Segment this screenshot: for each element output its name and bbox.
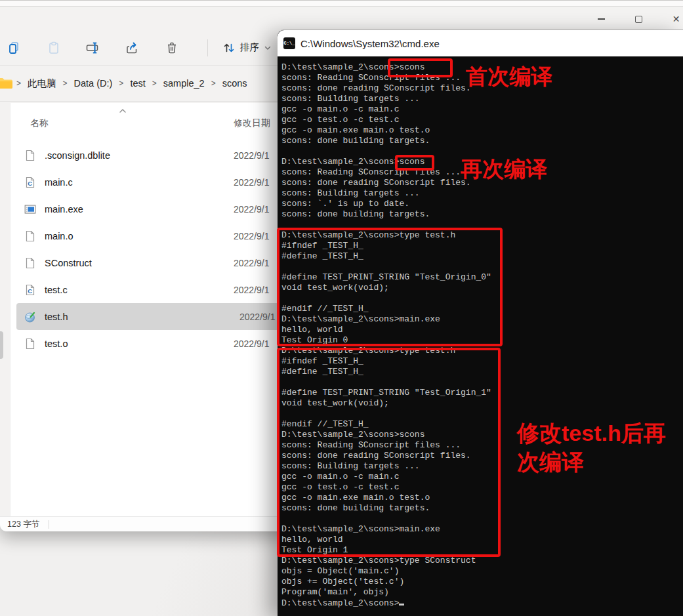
scrollbar-thumb[interactable] xyxy=(0,331,3,359)
executable-file-icon xyxy=(24,203,36,215)
terminal-line: objs += Object('test.c') xyxy=(281,577,683,587)
close-button[interactable]: ✕ xyxy=(657,8,683,30)
generic-file-icon xyxy=(24,257,36,269)
terminal-line: D:\test\sample_2\scons>type SConstruct xyxy=(281,556,683,566)
copy-button[interactable] xyxy=(0,35,29,61)
terminal-line xyxy=(281,146,683,157)
folder-icon xyxy=(0,77,12,90)
column-header-date[interactable]: 修改日期 xyxy=(234,117,270,129)
terminal-line: scons: Building targets ... xyxy=(281,188,683,199)
terminal-line xyxy=(281,293,683,304)
terminal-line: gcc -o main.o -c main.c xyxy=(281,104,683,115)
terminal-line: scons: Building targets ... xyxy=(281,94,683,104)
terminal-line: scons: Reading SConscript files ... xyxy=(281,440,683,451)
terminal-line: gcc -o test.o -c test.c xyxy=(281,482,683,493)
file-name: SConstruct xyxy=(45,258,92,268)
terminal-line xyxy=(281,409,683,419)
terminal-line: D:\test\sample_2\scons>scons xyxy=(281,430,683,440)
column-header-name[interactable]: 名称 xyxy=(30,117,49,129)
share-button[interactable] xyxy=(118,35,147,61)
terminal-line: #endif //_TEST_H_ xyxy=(281,304,683,314)
terminal-line: scons: done building targets. xyxy=(281,503,683,514)
breadcrumb-item[interactable]: 此电脑 xyxy=(25,74,59,93)
chevron-down-icon xyxy=(264,44,272,52)
minimize-button[interactable] xyxy=(583,8,620,30)
terminal-line: scons: done building targets. xyxy=(281,209,683,220)
terminal-line: scons: `.' is up to date. xyxy=(281,199,683,209)
generic-file-icon xyxy=(24,338,36,350)
terminal-line xyxy=(281,262,683,272)
sort-arrows-icon xyxy=(222,41,236,54)
delete-button[interactable] xyxy=(157,35,186,61)
breadcrumb-separator-icon: > xyxy=(211,79,216,88)
terminal-line: #define _TEST_H_ xyxy=(281,251,683,262)
terminal-line: objs = Object('main.c') xyxy=(281,566,683,577)
sort-button[interactable]: 排序 xyxy=(216,36,278,60)
terminal-output[interactable]: D:\test\sample_2\scons>sconsscons: Readi… xyxy=(278,56,683,616)
terminal-line xyxy=(281,377,683,388)
window-controls: ✕ xyxy=(583,8,683,30)
paste-icon xyxy=(47,41,61,55)
file-date: 2022/9/1 xyxy=(239,312,276,322)
svg-text:C: C xyxy=(28,287,32,294)
breadcrumb-separator-icon: > xyxy=(63,79,68,88)
terminal-line: gcc -o test.o -c test.c xyxy=(281,115,683,125)
terminal-line: void test_work(void); xyxy=(281,398,683,409)
cmd-titlebar[interactable]: C:\_ C:\Windows\System32\cmd.exe xyxy=(278,30,683,56)
svg-text:C: C xyxy=(28,179,32,186)
file-date: 2022/9/1 xyxy=(234,150,270,161)
rename-button[interactable] xyxy=(79,35,108,61)
sort-ascending-icon xyxy=(119,108,127,113)
terminal-line: scons: Reading SConscript files ... xyxy=(281,73,683,83)
breadcrumb-separator-icon: > xyxy=(16,79,21,88)
file-date: 2022/9/1 xyxy=(234,204,270,215)
text-cursor xyxy=(399,598,404,606)
terminal-line: D:\test\sample_2\scons>type test.h xyxy=(281,230,683,241)
file-name: main.o xyxy=(45,231,73,241)
terminal-line: #define _TEST_H_ xyxy=(281,367,683,377)
file-date: 2022/9/1 xyxy=(234,285,270,295)
share-icon xyxy=(125,41,140,55)
terminal-line: scons: Building targets ... xyxy=(281,461,683,472)
minimize-icon xyxy=(598,18,605,20)
terminal-line: scons: done building targets. xyxy=(281,136,683,146)
header-file-icon xyxy=(24,311,36,323)
maximize-icon xyxy=(635,16,642,23)
terminal-line: D:\test\sample_2\scons>main.exe xyxy=(281,314,683,325)
terminal-line: #define TEST_PRINT_STRING "Test_Origin_0… xyxy=(281,272,683,283)
terminal-line: D:\test\sample_2\scons> xyxy=(281,598,683,608)
sort-label: 排序 xyxy=(240,41,259,54)
terminal-line: scons: done reading SConscript files. xyxy=(281,451,683,461)
breadcrumb-item[interactable]: scons xyxy=(220,75,250,92)
rename-icon xyxy=(85,41,101,55)
terminal-line: hello, world xyxy=(281,325,683,335)
explorer-titlebar[interactable]: ✕ xyxy=(0,7,683,30)
terminal-line: Test Origin 0 xyxy=(281,335,683,346)
file-name: .sconsign.dblite xyxy=(45,150,110,161)
terminal-line: gcc -o main.exe main.o test.o xyxy=(281,493,683,503)
terminal-line: scons: done reading SConscript files. xyxy=(281,178,683,188)
breadcrumb-item[interactable]: sample_2 xyxy=(161,75,207,92)
terminal-line: D:\test\sample_2\scons>type test.h xyxy=(281,346,683,356)
terminal-line: Program('main', objs) xyxy=(281,587,683,598)
breadcrumb-item[interactable]: Data (D:) xyxy=(72,75,115,92)
file-name: test.c xyxy=(45,285,68,295)
file-name: main.c xyxy=(45,177,73,188)
file-name: test.h xyxy=(45,312,68,322)
delete-icon xyxy=(165,41,179,55)
terminal-line: D:\test\sample_2\scons>scons xyxy=(281,62,683,73)
breadcrumb-item[interactable]: test xyxy=(127,75,148,92)
terminal-line: void test_work(void); xyxy=(281,283,683,293)
terminal-line: scons: done reading SConscript files. xyxy=(281,83,683,94)
paste-button[interactable] xyxy=(39,35,68,61)
file-date: 2022/9/1 xyxy=(234,339,270,349)
selection-size-text: 123 字节 xyxy=(0,519,39,530)
generic-file-icon xyxy=(24,150,36,161)
terminal-line: D:\test\sample_2\scons>scons xyxy=(281,157,683,167)
breadcrumb-separator-icon: > xyxy=(119,79,123,88)
c-source-file-icon: C xyxy=(24,176,36,188)
maximize-button[interactable] xyxy=(620,8,657,30)
file-date: 2022/9/1 xyxy=(234,258,270,268)
terminal-line: #endif //_TEST_H_ xyxy=(281,419,683,430)
status-separator xyxy=(49,520,49,529)
